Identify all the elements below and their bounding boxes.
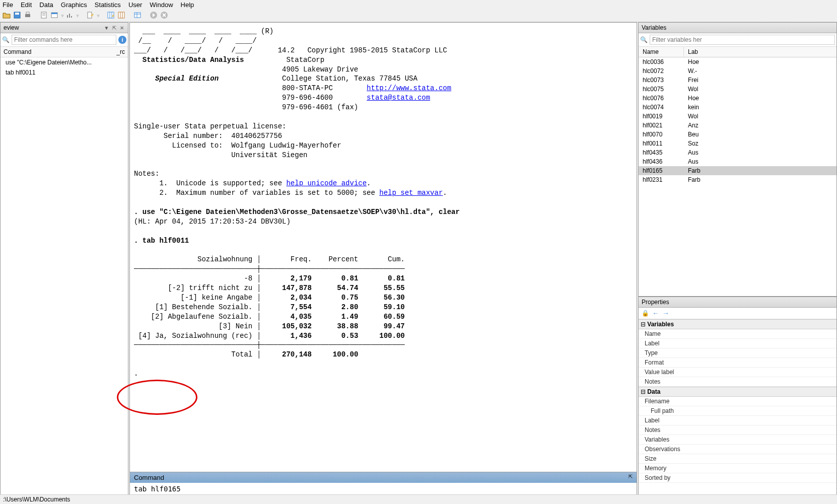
properties-row[interactable]: Size xyxy=(639,454,836,464)
prev-icon[interactable]: ← xyxy=(652,309,659,317)
properties-row[interactable]: Label xyxy=(639,339,836,348)
properties-row[interactable]: Value label xyxy=(639,368,836,377)
properties-row[interactable]: Name xyxy=(639,329,836,339)
variable-row[interactable]: hlf0019Wol xyxy=(639,112,836,121)
data-editor-icon[interactable] xyxy=(107,11,116,20)
properties-row[interactable]: Sorted by xyxy=(639,473,836,483)
variables-panel: Variables 🔍 Name Lab hlc0036Hoehlc0072W.… xyxy=(638,22,837,297)
properties-panel: Properties 🔒 ← → VariablesNameLabelTypeF… xyxy=(638,297,837,495)
lock-icon[interactable]: 🔒 xyxy=(642,310,649,317)
properties-row[interactable]: Memory xyxy=(639,464,836,473)
properties-row[interactable]: Observations xyxy=(639,445,836,454)
continue-icon[interactable] xyxy=(150,11,159,20)
properties-row[interactable]: Variables xyxy=(639,435,836,445)
properties-section-header[interactable]: Variables xyxy=(639,319,836,329)
variable-row[interactable]: hlf0231Farb xyxy=(639,175,836,184)
filter-icon: 🔍 xyxy=(2,36,10,43)
properties-row[interactable]: Filename xyxy=(639,397,836,406)
variable-row[interactable]: hlc0075Wol xyxy=(639,85,836,94)
status-bar: :\Users\WLM\Documents xyxy=(0,494,837,504)
properties-panel-title: Properties xyxy=(639,297,836,308)
svg-rect-12 xyxy=(88,12,92,18)
svg-rect-11 xyxy=(71,16,72,18)
website-link[interactable]: http://www.stata.com xyxy=(367,84,451,92)
svg-rect-10 xyxy=(69,14,70,18)
save-icon[interactable] xyxy=(13,11,22,20)
variable-row[interactable]: hlf0011Soz xyxy=(639,139,836,148)
menu-statistics[interactable]: Statistics xyxy=(95,1,121,9)
variable-row[interactable]: hlc0074kein xyxy=(639,103,836,112)
info-icon[interactable]: i xyxy=(118,36,126,44)
variable-row[interactable]: hlf0165Farb xyxy=(639,166,836,175)
review-columns-header: Command _rc xyxy=(1,47,128,57)
review-panel: eview ▼ ⇱ ✕ 🔍 i Command _rc use "C:\Eige… xyxy=(0,22,128,495)
review-item[interactable]: tab hlf0011 xyxy=(1,67,128,78)
svg-rect-19 xyxy=(134,13,141,18)
properties-row[interactable]: Format xyxy=(639,358,836,368)
variable-row[interactable]: hlc0072W.- xyxy=(639,66,836,76)
variable-row[interactable]: hlf0436Aus xyxy=(639,157,836,166)
svg-rect-9 xyxy=(67,15,68,18)
variables-panel-title: Variables xyxy=(639,23,836,33)
break-icon[interactable] xyxy=(160,11,169,20)
filter-icon: 🔍 xyxy=(640,36,648,43)
pin-icon[interactable]: ⇱ xyxy=(629,474,633,481)
menu-data[interactable]: Data xyxy=(39,1,53,9)
properties-row[interactable]: Type xyxy=(639,348,836,358)
data-browser-icon[interactable] xyxy=(117,11,126,20)
command-panel-title: Command ⇱ xyxy=(130,472,637,483)
review-item[interactable]: use "C:\Eigene Dateien\Metho... xyxy=(1,57,128,67)
properties-section-header[interactable]: Data xyxy=(639,387,836,397)
command-input[interactable] xyxy=(130,483,637,495)
open-file-icon[interactable] xyxy=(3,11,12,20)
center-panel: ___ ____ ____ ____ ____ (R) /__ / ____/ … xyxy=(129,22,637,495)
help-link[interactable]: help unicode_advice xyxy=(286,179,367,187)
menu-help[interactable]: Help xyxy=(181,1,194,9)
variable-row[interactable]: hlf0435Aus xyxy=(639,148,836,157)
menu-graphics[interactable]: Graphics xyxy=(61,1,87,9)
viewer-icon[interactable] xyxy=(50,11,59,20)
variable-row[interactable]: hlc0073Frei xyxy=(639,76,836,85)
variable-row[interactable]: hlf0070Beu xyxy=(639,130,836,139)
toolbar: ▾ ▾ ▾ xyxy=(0,10,837,22)
review-filter-input[interactable] xyxy=(12,35,116,45)
properties-row[interactable]: Full path xyxy=(639,406,836,416)
help-link[interactable]: help set_maxvar xyxy=(379,189,443,197)
properties-row[interactable]: Notes xyxy=(639,377,836,387)
variable-row[interactable]: hlc0036Hoe xyxy=(639,57,836,66)
log-icon[interactable] xyxy=(40,11,49,20)
menu-user[interactable]: User xyxy=(128,1,142,9)
menu-file[interactable]: File xyxy=(3,1,13,9)
variable-row[interactable]: hlc0076Hoe xyxy=(639,94,836,103)
svg-rect-16 xyxy=(118,12,124,18)
menu-bar: File Edit Data Graphics Statistics User … xyxy=(0,0,837,10)
variables-filter-input[interactable] xyxy=(650,35,835,45)
svg-rect-1 xyxy=(15,13,19,15)
review-panel-title: eview ▼ ⇱ ✕ xyxy=(1,23,128,33)
svg-rect-3 xyxy=(26,12,29,14)
properties-row[interactable]: Label xyxy=(639,416,836,425)
properties-row[interactable]: Notes xyxy=(639,425,836,435)
menu-window[interactable]: Window xyxy=(150,1,173,9)
results-window[interactable]: ___ ____ ____ ____ ____ (R) /__ / ____/ … xyxy=(130,23,637,472)
do-file-edit-icon[interactable] xyxy=(86,11,95,20)
svg-rect-8 xyxy=(51,13,57,14)
email-link[interactable]: stata@stata.com xyxy=(367,94,430,102)
svg-rect-2 xyxy=(25,14,30,17)
graph-icon[interactable] xyxy=(65,11,75,20)
menu-edit[interactable]: Edit xyxy=(21,1,32,9)
variable-row[interactable]: hlf0021Anz xyxy=(639,121,836,130)
panel-controls-icon[interactable]: ▼ ⇱ ✕ xyxy=(104,25,125,31)
next-icon[interactable]: → xyxy=(662,309,669,317)
print-icon[interactable] xyxy=(24,11,33,20)
variables-columns-header: Name Lab xyxy=(639,47,836,57)
variables-manager-icon[interactable] xyxy=(133,11,143,20)
